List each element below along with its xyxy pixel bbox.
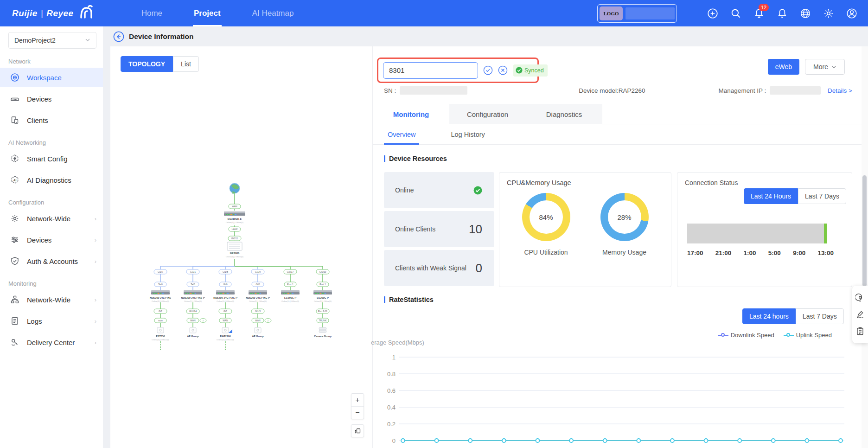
svg-text:EST350: EST350 [156, 335, 165, 338]
svg-text:Gi6: Gi6 [223, 310, 227, 313]
conn-last-24-hours-button[interactable]: Last 24 Hours [744, 188, 798, 204]
chevron-right-icon: › [95, 296, 96, 303]
tab-diagnostics[interactable]: Diagnostics [526, 104, 602, 124]
tab-configuration[interactable]: Configuration [449, 104, 526, 124]
svg-text:WAN: WAN [223, 319, 228, 322]
rate-last-7-days-button[interactable]: Last 7 Days [796, 308, 844, 324]
legend-label: Downlink Speed [731, 332, 774, 339]
list-view-button[interactable]: List [173, 56, 199, 72]
bell-badge-icon[interactable]: 12 [753, 7, 765, 19]
gear-icon[interactable] [823, 7, 835, 19]
subtab-overview[interactable]: Overview [384, 124, 419, 145]
rate-statistics-chart: 10.80.60.40.20 [375, 352, 862, 448]
cancel-icon[interactable] [498, 65, 508, 75]
zoom-in-button[interactable]: + [351, 394, 364, 406]
svg-text:NBS200-24GT4XC-P: NBS200-24GT4XC-P [246, 296, 270, 299]
sidebar-item-workspace[interactable]: Workspace [0, 68, 103, 87]
chevron-right-icon: › [95, 215, 96, 222]
monitoring-subtabs: OverviewLog History [373, 124, 862, 145]
globe-icon[interactable] [799, 7, 811, 19]
legend-marker-icon [784, 333, 794, 338]
memory-percent: 28% [600, 193, 649, 241]
sidebar: DemoProject2 NetworkWorkspaceDevicesClie… [0, 26, 103, 448]
sidebar-item-clients[interactable]: Clients [0, 110, 103, 130]
sidebar-item-label: Auth & Accounts [27, 257, 78, 265]
svg-text:EG900C-P: EG900C-P [284, 296, 296, 299]
legend-uplink-speed[interactable]: Uplink Speed [784, 332, 832, 339]
sidebar-item-label: Devices [27, 95, 51, 103]
clipboard-icon[interactable] [855, 326, 865, 336]
navbar-icons: 12 [696, 7, 858, 19]
chevron-right-icon: › [95, 237, 96, 243]
svg-text:Online(1) | Offline(0): Online(1) | Offline(0) [217, 339, 234, 341]
zoom-out-button[interactable]: − [351, 406, 364, 419]
topology-view-button[interactable]: TOPOLOGY [121, 56, 173, 72]
eweb-button[interactable]: eWeb [768, 59, 799, 75]
svg-text:Gi1/8: Gi1/8 [223, 270, 228, 273]
management-ip-redacted [770, 86, 821, 95]
confirm-icon[interactable] [483, 65, 493, 75]
subtab-log-history[interactable]: Log History [447, 124, 488, 145]
svg-text:0.6: 0.6 [387, 387, 396, 394]
tab-monitoring[interactable]: Monitoring [373, 104, 449, 124]
page-title: Device Information [129, 32, 194, 41]
device-name-input[interactable] [383, 62, 478, 79]
svg-text:Online(1) | Offline(0): Online(1) | Offline(0) [184, 300, 202, 302]
rate-last-24-hours-button[interactable]: Last 24 hours [742, 308, 796, 324]
online-status-card: Online [384, 172, 494, 208]
details-link[interactable]: Details > [828, 87, 852, 94]
plus-circle-icon[interactable] [707, 7, 719, 19]
memory-donut-chart: 28% [600, 193, 649, 241]
back-arrow-icon[interactable] [113, 31, 124, 42]
section-accent-bar [384, 155, 385, 162]
memory-donut-label: Memory Usage [602, 249, 646, 256]
sidebar-item-devices[interactable]: Devices [0, 89, 103, 109]
online-status-label: Online [395, 186, 414, 194]
sidebar-item-label: AI Diagnostics [27, 176, 71, 184]
nav-item-project[interactable]: Project [178, 0, 236, 26]
sn-value-redacted [400, 86, 467, 95]
top-navbar: Ruijie | Reyee HomeProjectAI Heatmap LOG… [0, 0, 868, 26]
sidebar-item-network-wide[interactable]: Network-Wide› [0, 290, 103, 309]
svg-text:WAN: WAN [232, 205, 237, 208]
network-topology-diagram[interactable]: WANEG310GH-EOnline(1) | Offline(0)LAN2Gi… [137, 171, 346, 403]
device-info-panel: Synced eWeb More SN : Device model:RAP22… [372, 46, 862, 448]
sidebar-item-logs[interactable]: Logs› [0, 311, 103, 331]
sidebar-item-label: Network-Wide [27, 296, 70, 304]
search-icon[interactable] [730, 7, 742, 19]
weak-signal-value: 0 [476, 261, 482, 275]
project-selector[interactable]: DemoProject2 [8, 32, 96, 49]
weak-signal-label: Clients with Weak Signal [395, 264, 466, 272]
svg-text:0: 0 [392, 437, 396, 444]
signature-icon[interactable] [855, 310, 865, 319]
svg-text:0.8: 0.8 [387, 371, 396, 378]
time-label: 13:00 [817, 250, 834, 256]
scrollbar-thumb[interactable] [862, 175, 867, 287]
sidebar-item-delivery-center[interactable]: Delivery Center› [0, 333, 103, 352]
sidebar-item-smart-config[interactable]: Smart Config [0, 149, 103, 168]
nav-item-home[interactable]: Home [126, 0, 178, 26]
svg-text:Gi0/19: Gi0/19 [319, 270, 326, 273]
svg-text:Port 1: Port 1 [287, 283, 294, 286]
nav-item-ai-heatmap[interactable]: AI Heatmap [236, 0, 310, 26]
sidebar-item-network-wide[interactable]: Network-Wide› [0, 209, 103, 228]
sidebar-item-devices[interactable]: Devices› [0, 230, 103, 250]
bell-icon[interactable] [776, 7, 788, 19]
smart-icon [10, 154, 19, 163]
legend-downlink-speed[interactable]: Downlink Speed [718, 332, 774, 339]
memory-donut-wrap: 28% Memory Usage [600, 193, 649, 256]
more-button[interactable]: More [805, 59, 845, 75]
fit-view-button[interactable] [351, 424, 364, 437]
svg-text:Gi1/7: Gi1/7 [158, 270, 163, 273]
view-toggle: TOPOLOGY List [121, 56, 199, 72]
sidebar-item-auth-accounts[interactable]: Auth & Accounts› [0, 251, 103, 271]
user-icon[interactable] [846, 7, 858, 19]
org-logo-box: LOGO [597, 4, 677, 23]
sidebar-item-ai-diagnostics[interactable]: AIAI Diagnostics [0, 170, 103, 190]
chevron-down-icon [85, 37, 90, 44]
chat-bubble-icon[interactable] [855, 293, 865, 302]
brand-primary: Ruijie [12, 8, 38, 19]
connection-timeline-bar [687, 224, 827, 243]
conn-last-7-days-button[interactable]: Last 7 Days [798, 188, 846, 204]
online-check-icon [473, 186, 482, 195]
